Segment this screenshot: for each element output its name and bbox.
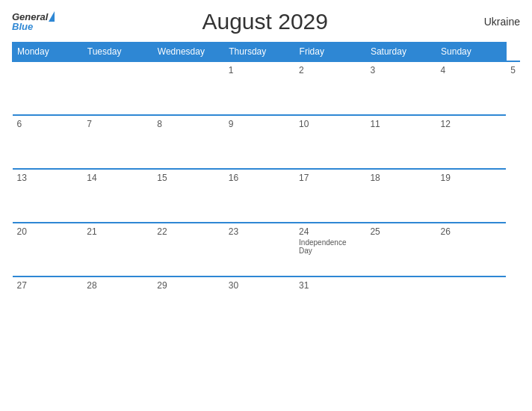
calendar-page: General Blue August 2029 Ukraine Monday … [0,0,532,411]
week-row-3: 13141516171819 [13,169,521,223]
calendar-cell: 27 [13,276,83,321]
day-number: 20 [17,226,78,237]
calendar-cell: 20 [13,223,83,276]
day-number: 28 [87,280,148,291]
calendar-title: August 2029 [55,9,475,34]
col-saturday: Saturday [365,43,436,62]
calendar-cell: 25 [365,223,436,276]
col-sunday: Sunday [436,43,507,62]
calendar-cell: 30 [224,276,294,321]
country-label: Ukraine [475,16,520,28]
day-number: 31 [299,280,361,291]
calendar-cell: 8 [152,115,223,169]
calendar-cell: 19 [436,169,507,223]
week-row-4: 2021222324Independence Day2526 [13,223,521,276]
day-number: 21 [87,226,148,237]
weekday-header-row: Monday Tuesday Wednesday Thursday Friday… [13,43,521,62]
calendar-table: Monday Tuesday Wednesday Thursday Friday… [12,42,520,321]
calendar-cell: 6 [13,115,83,169]
calendar-cell: 10 [294,115,365,169]
calendar-cell: 3 [365,61,436,115]
day-number: 11 [370,119,431,129]
col-tuesday: Tuesday [82,43,152,62]
calendar-cell [365,276,436,321]
logo-triangle-icon [49,11,55,22]
calendar-cell: 23 [224,223,294,276]
calendar-cell: 21 [82,223,152,276]
day-number: 30 [229,280,290,291]
week-row-2: 6789101112 [13,115,521,169]
calendar-cell [152,61,223,115]
calendar-cell: 13 [13,169,83,223]
col-wednesday: Wednesday [152,43,223,62]
day-number: 19 [441,173,502,183]
day-number: 4 [441,65,502,75]
week-row-5: 2728293031 [13,276,521,321]
header: General Blue August 2029 Ukraine [12,9,520,34]
calendar-cell: 9 [224,115,294,169]
calendar-cell: 7 [82,115,152,169]
col-friday: Friday [294,43,365,62]
calendar-cell: 24Independence Day [294,223,365,276]
calendar-cell: 11 [365,115,436,169]
calendar-cell: 4 [436,61,507,115]
calendar-cell: 15 [152,169,223,223]
calendar-cell: 18 [365,169,436,223]
col-monday: Monday [13,43,83,62]
logo: General Blue [12,11,55,32]
day-number: 12 [441,119,502,129]
calendar-cell: 29 [152,276,223,321]
logo-blue-text: Blue [12,21,33,32]
calendar-cell: 12 [436,115,507,169]
day-number: 1 [229,65,290,75]
calendar-cell: 16 [224,169,294,223]
day-number: 5 [510,65,516,75]
day-number: 29 [157,280,219,291]
holiday-label: Independence Day [299,238,361,255]
day-number: 8 [157,119,219,129]
calendar-cell: 14 [82,169,152,223]
day-number: 25 [370,226,431,237]
calendar-cell: 17 [294,169,365,223]
day-number: 14 [87,173,148,183]
day-number: 15 [157,173,219,183]
calendar-cell: 1 [224,61,294,115]
day-number: 16 [229,173,290,183]
week-row-1: 12345 [13,61,521,115]
day-number: 24 [299,226,361,237]
calendar-cell: 26 [436,223,507,276]
calendar-cell [436,276,507,321]
day-number: 9 [229,119,290,129]
col-thursday: Thursday [224,43,294,62]
day-number: 18 [370,173,431,183]
day-number: 2 [299,65,361,75]
calendar-cell: 5 [506,61,520,115]
day-number: 7 [87,119,148,129]
calendar-cell [13,61,83,115]
calendar-cell: 2 [294,61,365,115]
calendar-cell: 22 [152,223,223,276]
day-number: 10 [299,119,361,129]
day-number: 23 [229,226,290,237]
calendar-cell: 31 [294,276,365,321]
calendar-cell: 28 [82,276,152,321]
day-number: 22 [157,226,219,237]
calendar-cell [82,61,152,115]
day-number: 26 [441,226,502,237]
day-number: 3 [370,65,431,75]
day-number: 17 [299,173,361,183]
day-number: 13 [17,173,78,183]
day-number: 6 [17,119,78,129]
day-number: 27 [17,280,78,291]
